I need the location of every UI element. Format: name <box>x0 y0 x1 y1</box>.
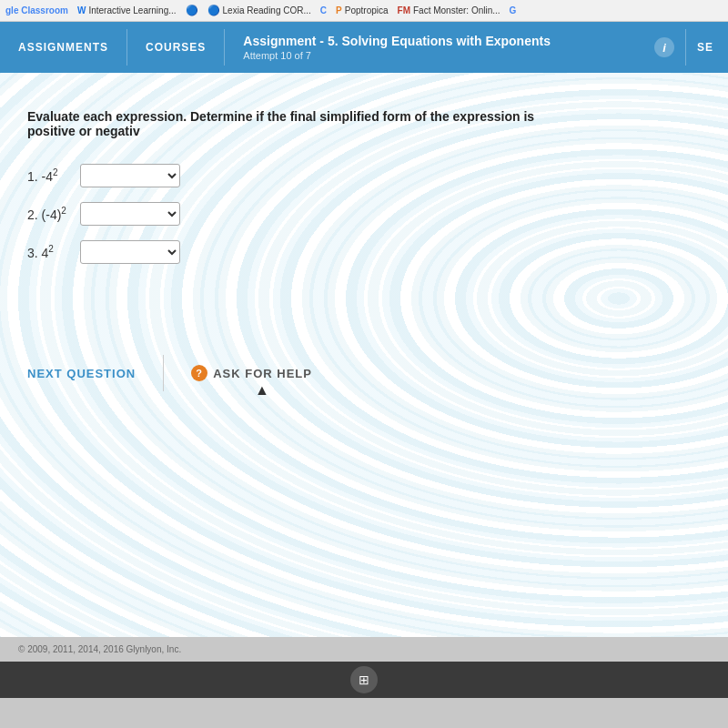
bookmark-poptropica[interactable]: P Poptropica <box>336 5 388 15</box>
bookmark-lexia[interactable]: 🔵 Lexia Reading COR... <box>207 5 311 16</box>
bookmarks-bar: gle Classroom W Interactive Learning... … <box>0 0 728 22</box>
question-row-2: 2. (-4)2 Positive Negative <box>27 202 701 226</box>
dropdown-q1[interactable]: Positive Negative <box>80 164 180 187</box>
header-divider <box>685 29 686 66</box>
action-divider <box>163 355 164 391</box>
question-label-2: 2. (-4)2 <box>27 206 73 222</box>
copyright-text: © 2009, 2011, 2014, 2016 Glynlyon, Inc. <box>18 644 181 654</box>
nav-left: ASSIGNMENTS COURSES <box>0 22 225 73</box>
ask-for-help-button[interactable]: ? ASK FOR HELP <box>191 365 312 381</box>
main-content: Evaluate each expression. Determine if t… <box>0 73 728 637</box>
question-row-1: 1. -42 Positive Negative <box>27 164 701 187</box>
questions-container: 1. -42 Positive Negative 2. (-4)2 Positi… <box>27 164 701 264</box>
question-row-3: 3. 42 Positive Negative <box>27 240 701 264</box>
dropdown-q3[interactable]: Positive Negative <box>80 240 180 264</box>
info-button[interactable]: i <box>654 37 674 57</box>
question-label-3: 3. 42 <box>27 244 73 260</box>
app-header: ASSIGNMENTS COURSES Assignment - 5. Solv… <box>0 22 728 73</box>
question-label-1: 1. -42 <box>27 167 73 184</box>
bookmark-blue1[interactable]: 🔵 <box>186 5 198 16</box>
action-bar: NEXT QUESTION ? ASK FOR HELP <box>27 337 701 391</box>
bookmark-factmonster[interactable]: FM Fact Monster: Onlin... <box>398 5 500 15</box>
help-icon: ? <box>191 365 207 381</box>
assignment-info: Assignment - 5. Solving Equations with E… <box>225 34 640 61</box>
dropdown-q2[interactable]: Positive Negative <box>80 202 180 226</box>
bookmark-classroom[interactable]: gle Classroom <box>5 5 68 15</box>
nav-courses[interactable]: COURSES <box>127 22 224 73</box>
taskbar: ⊞ <box>0 662 728 698</box>
instruction-text: Evaluate each expression. Determine if t… <box>27 109 573 138</box>
seg-label: SE <box>697 41 713 54</box>
header-right: i SE <box>640 29 728 66</box>
bookmark-g[interactable]: G <box>510 5 517 15</box>
nav-assignments[interactable]: ASSIGNMENTS <box>0 22 126 73</box>
attempt-text: Attempt 10 of 7 <box>243 50 622 61</box>
next-question-button[interactable]: NEXT QUESTION <box>27 367 136 380</box>
bookmark-interactive[interactable]: W Interactive Learning... <box>77 5 177 15</box>
bookmark-c[interactable]: C <box>320 5 327 15</box>
taskbar-icon[interactable]: ⊞ <box>350 666 378 693</box>
assignment-title: Assignment - 5. Solving Equations with E… <box>243 34 622 48</box>
footer: © 2009, 2011, 2014, 2016 Glynlyon, Inc. <box>0 637 728 662</box>
